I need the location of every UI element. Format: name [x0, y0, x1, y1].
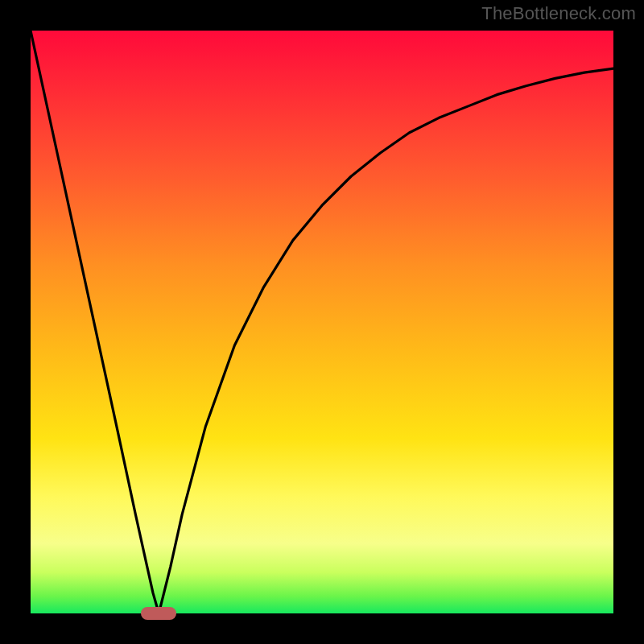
curve-right-branch	[159, 68, 613, 613]
curve-svg	[31, 31, 613, 613]
curve-left-branch	[31, 31, 159, 613]
chart-container: TheBottleneck.com	[0, 0, 644, 644]
watermark-text: TheBottleneck.com	[481, 3, 636, 24]
minimum-marker	[141, 607, 176, 620]
plot-area	[31, 31, 613, 613]
